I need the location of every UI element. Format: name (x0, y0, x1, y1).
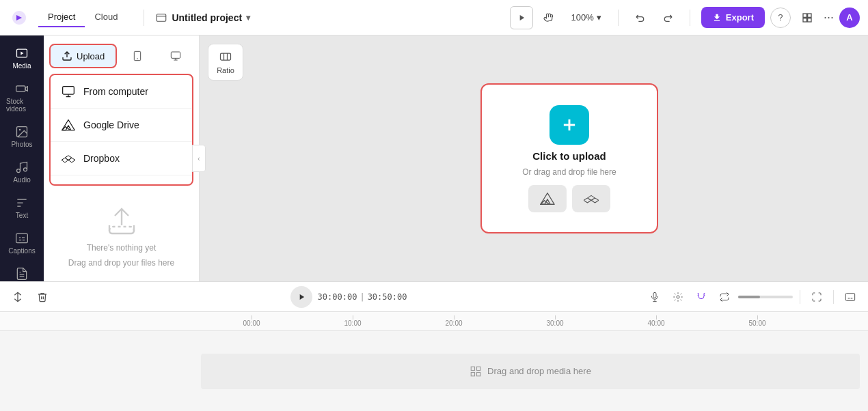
from-computer-label: From computer (83, 86, 148, 97)
svg-rect-34 (471, 372, 474, 375)
tab-project[interactable]: Project (38, 8, 85, 27)
svg-rect-6 (16, 86, 25, 91)
zoom-slider[interactable] (738, 296, 793, 298)
preview-play-button[interactable] (510, 6, 533, 29)
sidebar-item-media[interactable]: Media (3, 41, 40, 75)
tab-upload[interactable]: Upload (49, 44, 117, 68)
project-cloud-tabs: Project Cloud (38, 8, 127, 27)
timeline-play-button[interactable] (290, 286, 312, 308)
export-label: Export (726, 12, 754, 23)
zoom-control[interactable]: 100% ▾ (566, 10, 607, 25)
tab-cloud[interactable]: Cloud (85, 8, 127, 27)
ratio-button[interactable]: Ratio (208, 44, 243, 81)
svg-rect-32 (471, 367, 474, 370)
project-title: Untitled project (172, 12, 242, 23)
sidebar-item-audio[interactable]: Audio (3, 155, 40, 189)
help-button[interactable]: ? (770, 8, 791, 28)
ruler-label-0: 00:00 (243, 320, 260, 327)
ratio-icon (219, 50, 232, 63)
fit-screen-button[interactable] (807, 287, 826, 307)
microphone-button[interactable] (645, 287, 664, 307)
effects-button[interactable] (668, 287, 688, 307)
svg-rect-11 (16, 233, 28, 242)
sidebar-item-photos[interactable]: Photos (3, 119, 40, 154)
undo-button[interactable] (629, 7, 651, 29)
google-drive-item[interactable]: Google Drive (51, 109, 192, 142)
transcript-icon (15, 267, 29, 281)
upload-dropzone[interactable]: Click to upload Or drag and drop file he… (480, 83, 658, 233)
sidebar-item-captions[interactable]: Captions (3, 226, 40, 260)
extract-audio-item[interactable]: Extract audio (51, 175, 192, 186)
project-icon (155, 12, 167, 24)
hand-tool-button[interactable] (539, 7, 560, 29)
tab-device[interactable] (120, 44, 155, 68)
upload-plus-button[interactable] (550, 105, 589, 145)
svg-rect-24 (221, 53, 231, 60)
svg-rect-19 (63, 87, 74, 95)
avatar-button[interactable]: A (839, 8, 860, 28)
svg-rect-33 (477, 367, 480, 370)
from-computer-item[interactable]: From computer (51, 75, 192, 109)
sidebar-item-stock-videos[interactable]: Stock videos (3, 76, 40, 118)
resize-icon-button[interactable] (796, 7, 818, 29)
dropzone-dropbox-button[interactable] (572, 185, 610, 212)
tab-screen[interactable] (158, 44, 193, 68)
drop-media-label: Drag and drop media here (487, 366, 591, 376)
drop-media-area[interactable]: Drag and drop media here (201, 354, 860, 389)
captions-timeline-button[interactable] (841, 287, 860, 307)
time-total: 30:50:00 (368, 292, 407, 302)
svg-rect-3 (803, 18, 806, 21)
ruler-mark-1: 10:00 (302, 315, 403, 327)
svg-point-8 (19, 129, 21, 131)
canvas-area: Ratio Click to upload Or drag and drop f… (200, 36, 868, 281)
dropbox-label: Dropbox (83, 153, 120, 164)
stock-videos-icon (15, 82, 29, 96)
ruler-label-3: 30:00 (546, 320, 563, 327)
topbar-divider-3 (690, 10, 690, 26)
ruler-mark-5: 50:00 (707, 315, 808, 327)
sidebar-media-label: Media (12, 62, 31, 70)
svg-rect-2 (808, 14, 811, 17)
avatar-initial: A (846, 12, 852, 23)
upload-icon (62, 51, 72, 61)
magnet-snap-button[interactable] (692, 287, 711, 307)
ruler-mark-2: 20:00 (403, 315, 504, 327)
photos-icon (15, 125, 29, 139)
svg-rect-31 (845, 293, 854, 300)
dropzone-googledrive-button[interactable] (528, 185, 567, 212)
loop-icon (719, 292, 730, 302)
ruler-mark-0: 00:00 (201, 315, 302, 327)
project-chevron-icon: ▾ (246, 13, 250, 23)
sidebar-item-text[interactable]: Text (3, 190, 40, 225)
dropbox-item[interactable]: Dropbox (51, 142, 192, 175)
extract-audio-icon (62, 185, 75, 186)
svg-point-30 (677, 296, 679, 298)
loop-button[interactable] (715, 287, 734, 307)
timeline-time-display: 30:00:00 | 30:50:00 (318, 292, 407, 302)
panel-collapse-handle[interactable]: ‹ (192, 145, 206, 172)
zoom-chevron-icon: ▾ (597, 12, 601, 23)
computer-icon (62, 85, 75, 98)
svg-rect-4 (808, 18, 811, 21)
grid-icon (470, 365, 482, 378)
sidebar-item-transcript[interactable]: Transcript (3, 261, 40, 281)
ruler-label-1: 10:00 (344, 320, 361, 327)
sidebar-captions-label: Captions (8, 247, 35, 255)
play-icon (297, 292, 306, 302)
more-options-button[interactable]: ··· (824, 10, 834, 25)
fit-screen-icon (811, 292, 822, 302)
screen-icon (170, 51, 181, 61)
split-button[interactable] (8, 287, 27, 307)
timeline-toolbar: 30:00:00 | 30:50:00 (0, 282, 868, 312)
text-icon (15, 196, 29, 210)
delete-button[interactable] (33, 287, 52, 307)
timeline-right-controls (645, 287, 860, 307)
google-drive-small-icon (540, 191, 555, 206)
project-name-area[interactable]: Untitled project ▾ (155, 12, 250, 24)
upload-tabs: Upload (44, 36, 199, 68)
svg-point-9 (17, 169, 21, 173)
timeline-tracks: Drag and drop media here (0, 331, 868, 411)
topbar-divider-2 (618, 10, 619, 26)
export-button[interactable]: Export (701, 7, 765, 28)
redo-button[interactable] (657, 7, 679, 29)
